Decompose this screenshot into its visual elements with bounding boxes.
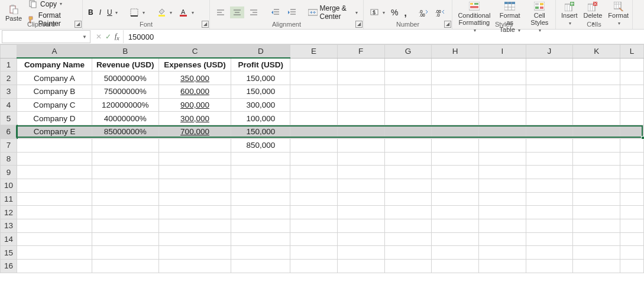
- row-header-8[interactable]: 8: [1, 152, 17, 166]
- cell-B11[interactable]: [92, 192, 158, 206]
- cell-J1[interactable]: [526, 58, 573, 72]
- cell-J16[interactable]: [526, 260, 573, 273]
- cell-J9[interactable]: [526, 166, 573, 179]
- row-header-10[interactable]: 10: [1, 179, 17, 192]
- bold-button[interactable]: B: [86, 8, 95, 17]
- cell-A7[interactable]: [17, 138, 92, 152]
- cell-H3[interactable]: [432, 85, 479, 99]
- cell-G4[interactable]: [384, 98, 432, 112]
- cell-I13[interactable]: [478, 219, 526, 232]
- cell-E5[interactable]: [290, 112, 338, 125]
- cell-E12[interactable]: [290, 206, 338, 219]
- copy-button[interactable]: Copy ▾: [26, 0, 79, 10]
- col-header-B[interactable]: B: [92, 45, 158, 59]
- cell-H8[interactable]: [432, 152, 479, 166]
- align-right-button[interactable]: [247, 7, 261, 18]
- cell-L15[interactable]: [620, 246, 644, 260]
- cell-A4[interactable]: Company C: [17, 98, 92, 112]
- select-all-corner[interactable]: [1, 45, 17, 59]
- cell-G2[interactable]: [384, 72, 432, 85]
- cell-J7[interactable]: [526, 138, 573, 152]
- cell-K13[interactable]: [573, 219, 620, 232]
- cell-A1[interactable]: Company Name: [17, 58, 92, 72]
- cell-K14[interactable]: [573, 232, 620, 246]
- cell-L5[interactable]: [620, 112, 644, 125]
- cell-A6[interactable]: Company E: [17, 125, 92, 139]
- cell-B12[interactable]: [92, 206, 158, 219]
- increase-decimal-button[interactable]: .0.00: [416, 7, 431, 18]
- row-header-5[interactable]: 5: [1, 112, 17, 125]
- cell-L16[interactable]: [620, 260, 644, 273]
- row-header-12[interactable]: 12: [1, 206, 17, 219]
- cell-A15[interactable]: [17, 246, 92, 260]
- cell-F6[interactable]: [337, 125, 384, 139]
- cell-F9[interactable]: [337, 166, 384, 179]
- cell-I3[interactable]: [478, 85, 526, 99]
- cell-C12[interactable]: [158, 206, 231, 219]
- cell-C7[interactable]: [158, 138, 231, 152]
- cell-D4[interactable]: 300,000: [231, 98, 290, 112]
- percent-button[interactable]: %: [389, 7, 400, 18]
- cell-L6[interactable]: [620, 125, 644, 139]
- cell-B10[interactable]: [92, 179, 158, 192]
- cell-J15[interactable]: [526, 246, 573, 260]
- cell-D12[interactable]: [231, 206, 290, 219]
- cell-F12[interactable]: [337, 206, 384, 219]
- cell-B2[interactable]: 50000000%: [92, 72, 158, 85]
- font-color-button[interactable]: A▾: [176, 7, 196, 18]
- cell-D13[interactable]: [231, 219, 290, 232]
- cell-L3[interactable]: [620, 85, 644, 99]
- cell-J14[interactable]: [526, 232, 573, 246]
- cell-G10[interactable]: [384, 179, 432, 192]
- cell-H13[interactable]: [432, 219, 479, 232]
- row-header-7[interactable]: 7: [1, 138, 17, 152]
- cancel-formula-icon[interactable]: ✕: [96, 33, 102, 41]
- cell-L12[interactable]: [620, 206, 644, 219]
- cell-I8[interactable]: [478, 152, 526, 166]
- dialog-launcher-icon[interactable]: ◢: [202, 21, 209, 28]
- cell-H11[interactable]: [432, 192, 479, 206]
- cell-E6[interactable]: [290, 125, 338, 139]
- cell-G12[interactable]: [384, 206, 432, 219]
- cell-A16[interactable]: [17, 260, 92, 273]
- row-header-2[interactable]: 2: [1, 72, 17, 85]
- cell-K5[interactable]: [573, 112, 620, 125]
- align-center-button[interactable]: [230, 7, 244, 18]
- cell-H10[interactable]: [432, 179, 479, 192]
- cell-A13[interactable]: [17, 219, 92, 232]
- row-header-4[interactable]: 4: [1, 98, 17, 112]
- cell-J3[interactable]: [526, 85, 573, 99]
- cell-K3[interactable]: [573, 85, 620, 99]
- cell-K2[interactable]: [573, 72, 620, 85]
- cell-B15[interactable]: [92, 246, 158, 260]
- cell-A3[interactable]: Company B: [17, 85, 92, 99]
- cell-A14[interactable]: [17, 232, 92, 246]
- cell-B4[interactable]: 120000000%: [92, 98, 158, 112]
- cell-H1[interactable]: [432, 58, 479, 72]
- cell-D5[interactable]: 100,000: [231, 112, 290, 125]
- cell-B9[interactable]: [92, 166, 158, 179]
- row-header-16[interactable]: 16: [1, 260, 17, 273]
- cell-L13[interactable]: [620, 219, 644, 232]
- cell-D1[interactable]: Profit (USD): [231, 58, 290, 72]
- cell-F13[interactable]: [337, 219, 384, 232]
- cell-F4[interactable]: [337, 98, 384, 112]
- col-header-C[interactable]: C: [158, 45, 231, 59]
- cell-C13[interactable]: [158, 219, 231, 232]
- cell-E11[interactable]: [290, 192, 338, 206]
- row-header-14[interactable]: 14: [1, 232, 17, 246]
- cell-E7[interactable]: [290, 138, 338, 152]
- cell-L9[interactable]: [620, 166, 644, 179]
- cell-E10[interactable]: [290, 179, 338, 192]
- cell-F16[interactable]: [337, 260, 384, 273]
- cell-G11[interactable]: [384, 192, 432, 206]
- col-header-G[interactable]: G: [384, 45, 432, 59]
- indent-decrease-button[interactable]: [268, 7, 283, 18]
- cell-E1[interactable]: [290, 58, 338, 72]
- cell-K11[interactable]: [573, 192, 620, 206]
- cell-K9[interactable]: [573, 166, 620, 179]
- cell-C4[interactable]: 900,000: [158, 98, 231, 112]
- cell-I1[interactable]: [478, 58, 526, 72]
- cell-C9[interactable]: [158, 166, 231, 179]
- indent-increase-button[interactable]: [285, 7, 299, 18]
